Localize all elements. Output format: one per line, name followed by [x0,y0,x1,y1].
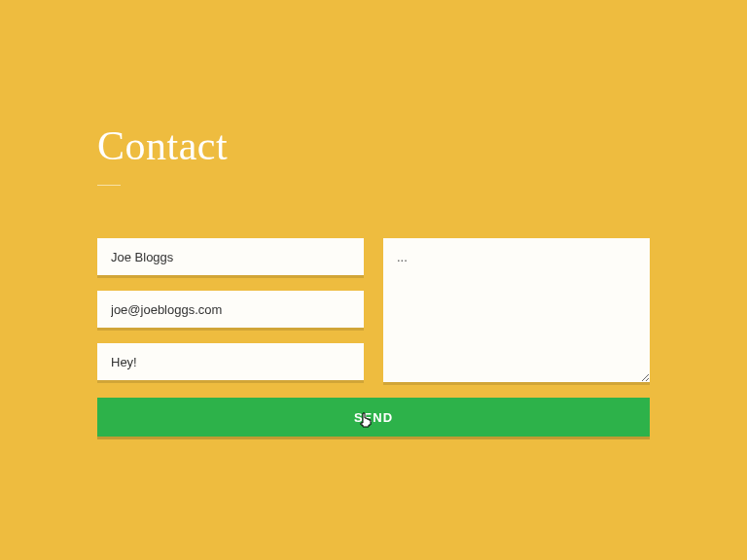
form-area: ... [97,238,650,382]
name-input[interactable] [97,238,364,275]
page-title: Contact [97,122,650,169]
contact-form-container: Contact ... SEND [0,122,747,437]
send-button-label: SEND [354,410,393,425]
form-left-column [97,238,364,382]
subject-input[interactable] [97,343,364,380]
form-right-column: ... [383,238,650,382]
title-divider [97,185,121,186]
email-input[interactable] [97,291,364,328]
send-button[interactable]: SEND [97,398,650,437]
message-textarea[interactable]: ... [383,238,650,382]
